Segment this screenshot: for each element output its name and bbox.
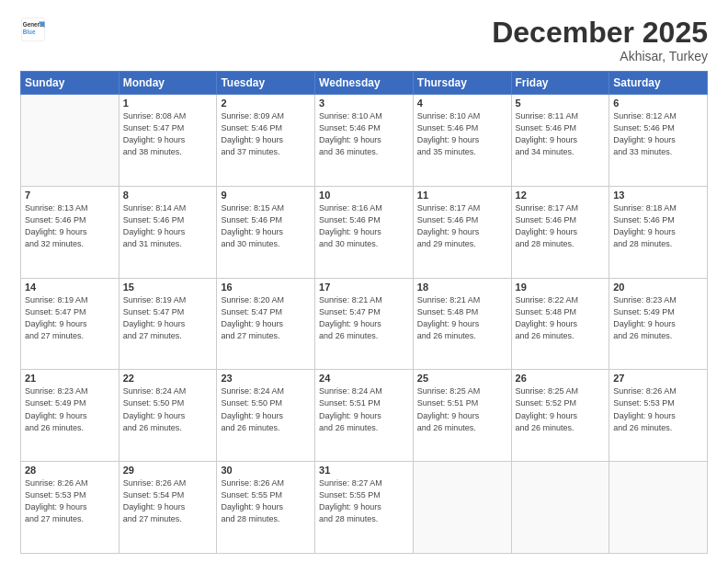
day-info: Sunrise: 8:15 AMSunset: 5:46 PMDaylight:… — [221, 202, 311, 250]
day-cell — [609, 462, 708, 554]
day-info: Sunrise: 8:26 AMSunset: 5:55 PMDaylight:… — [221, 477, 311, 525]
day-cell: 8Sunrise: 8:14 AMSunset: 5:46 PMDaylight… — [119, 186, 217, 278]
day-number: 20 — [613, 282, 703, 293]
day-number: 27 — [613, 373, 703, 384]
day-header-sunday: Sunday — [21, 72, 119, 95]
subtitle: Akhisar, Turkey — [492, 49, 708, 63]
day-cell: 16Sunrise: 8:20 AMSunset: 5:47 PMDayligh… — [217, 278, 315, 370]
day-number: 5 — [516, 98, 606, 109]
day-number: 12 — [516, 190, 606, 201]
day-cell: 27Sunrise: 8:26 AMSunset: 5:53 PMDayligh… — [609, 370, 708, 462]
day-info: Sunrise: 8:10 AMSunset: 5:46 PMDaylight:… — [319, 110, 409, 158]
day-info: Sunrise: 8:26 AMSunset: 5:53 PMDaylight:… — [25, 477, 115, 525]
day-info: Sunrise: 8:11 AMSunset: 5:46 PMDaylight:… — [516, 110, 606, 158]
day-info: Sunrise: 8:25 AMSunset: 5:51 PMDaylight:… — [417, 385, 507, 433]
day-number: 25 — [417, 373, 507, 384]
day-info: Sunrise: 8:22 AMSunset: 5:48 PMDaylight:… — [516, 294, 606, 342]
day-number: 23 — [221, 373, 311, 384]
day-cell — [413, 462, 511, 554]
day-number: 4 — [417, 98, 507, 109]
day-header-monday: Monday — [119, 72, 217, 95]
day-cell: 7Sunrise: 8:13 AMSunset: 5:46 PMDaylight… — [21, 186, 119, 278]
day-info: Sunrise: 8:17 AMSunset: 5:46 PMDaylight:… — [516, 202, 606, 250]
day-number: 18 — [417, 282, 507, 293]
day-cell: 19Sunrise: 8:22 AMSunset: 5:48 PMDayligh… — [511, 278, 609, 370]
day-info: Sunrise: 8:19 AMSunset: 5:47 PMDaylight:… — [123, 294, 213, 342]
day-number: 14 — [25, 282, 115, 293]
day-info: Sunrise: 8:24 AMSunset: 5:50 PMDaylight:… — [123, 385, 213, 433]
day-info: Sunrise: 8:24 AMSunset: 5:50 PMDaylight:… — [221, 385, 311, 433]
day-number: 9 — [221, 190, 311, 201]
day-cell: 17Sunrise: 8:21 AMSunset: 5:47 PMDayligh… — [315, 278, 414, 370]
day-cell: 10Sunrise: 8:16 AMSunset: 5:46 PMDayligh… — [315, 186, 414, 278]
day-number: 26 — [516, 373, 606, 384]
day-number: 1 — [123, 98, 213, 109]
day-cell: 28Sunrise: 8:26 AMSunset: 5:53 PMDayligh… — [21, 462, 119, 554]
day-info: Sunrise: 8:21 AMSunset: 5:47 PMDaylight:… — [319, 294, 409, 342]
day-cell: 12Sunrise: 8:17 AMSunset: 5:46 PMDayligh… — [511, 186, 609, 278]
day-header-saturday: Saturday — [609, 72, 708, 95]
day-info: Sunrise: 8:26 AMSunset: 5:53 PMDaylight:… — [613, 385, 703, 433]
day-cell: 5Sunrise: 8:11 AMSunset: 5:46 PMDaylight… — [511, 95, 609, 187]
day-cell: 11Sunrise: 8:17 AMSunset: 5:46 PMDayligh… — [413, 186, 511, 278]
day-number: 28 — [25, 465, 115, 476]
day-info: Sunrise: 8:19 AMSunset: 5:47 PMDaylight:… — [25, 294, 115, 342]
day-number: 17 — [319, 282, 409, 293]
day-info: Sunrise: 8:25 AMSunset: 5:52 PMDaylight:… — [516, 385, 606, 433]
calendar-table: SundayMondayTuesdayWednesdayThursdayFrid… — [20, 71, 708, 554]
day-cell: 24Sunrise: 8:24 AMSunset: 5:51 PMDayligh… — [315, 370, 414, 462]
day-number: 30 — [221, 465, 311, 476]
day-cell: 4Sunrise: 8:10 AMSunset: 5:46 PMDaylight… — [413, 95, 511, 187]
day-info: Sunrise: 8:20 AMSunset: 5:47 PMDaylight:… — [221, 294, 311, 342]
day-info: Sunrise: 8:10 AMSunset: 5:46 PMDaylight:… — [417, 110, 507, 158]
day-number: 6 — [613, 98, 703, 109]
page: General Blue December 2025 Akhisar, Turk… — [0, 0, 728, 563]
day-info: Sunrise: 8:08 AMSunset: 5:47 PMDaylight:… — [123, 110, 213, 158]
day-info: Sunrise: 8:21 AMSunset: 5:48 PMDaylight:… — [417, 294, 507, 342]
logo: General Blue — [20, 17, 46, 42]
day-cell: 1Sunrise: 8:08 AMSunset: 5:47 PMDaylight… — [119, 95, 217, 187]
day-cell: 20Sunrise: 8:23 AMSunset: 5:49 PMDayligh… — [609, 278, 708, 370]
day-number: 16 — [221, 282, 311, 293]
day-info: Sunrise: 8:09 AMSunset: 5:46 PMDaylight:… — [221, 110, 311, 158]
day-info: Sunrise: 8:23 AMSunset: 5:49 PMDaylight:… — [25, 385, 115, 433]
day-number: 3 — [319, 98, 409, 109]
week-row-1: 1Sunrise: 8:08 AMSunset: 5:47 PMDaylight… — [21, 95, 708, 187]
day-info: Sunrise: 8:18 AMSunset: 5:46 PMDaylight:… — [613, 202, 703, 250]
day-cell: 9Sunrise: 8:15 AMSunset: 5:46 PMDaylight… — [217, 186, 315, 278]
day-cell: 14Sunrise: 8:19 AMSunset: 5:47 PMDayligh… — [21, 278, 119, 370]
day-info: Sunrise: 8:27 AMSunset: 5:55 PMDaylight:… — [319, 477, 409, 525]
day-number: 31 — [319, 465, 409, 476]
day-cell: 23Sunrise: 8:24 AMSunset: 5:50 PMDayligh… — [217, 370, 315, 462]
day-info: Sunrise: 8:24 AMSunset: 5:51 PMDaylight:… — [319, 385, 409, 433]
day-cell — [21, 95, 119, 187]
day-cell: 6Sunrise: 8:12 AMSunset: 5:46 PMDaylight… — [609, 95, 708, 187]
day-number: 15 — [123, 282, 213, 293]
day-cell: 2Sunrise: 8:09 AMSunset: 5:46 PMDaylight… — [217, 95, 315, 187]
day-cell: 26Sunrise: 8:25 AMSunset: 5:52 PMDayligh… — [511, 370, 609, 462]
header: General Blue December 2025 Akhisar, Turk… — [20, 17, 708, 63]
day-info: Sunrise: 8:26 AMSunset: 5:54 PMDaylight:… — [123, 477, 213, 525]
day-header-tuesday: Tuesday — [217, 72, 315, 95]
day-info: Sunrise: 8:14 AMSunset: 5:46 PMDaylight:… — [123, 202, 213, 250]
day-number: 29 — [123, 465, 213, 476]
day-number: 10 — [319, 190, 409, 201]
week-row-4: 21Sunrise: 8:23 AMSunset: 5:49 PMDayligh… — [21, 370, 708, 462]
day-cell — [511, 462, 609, 554]
day-number: 22 — [123, 373, 213, 384]
day-number: 13 — [613, 190, 703, 201]
week-row-2: 7Sunrise: 8:13 AMSunset: 5:46 PMDaylight… — [21, 186, 708, 278]
day-number: 8 — [123, 190, 213, 201]
day-cell: 30Sunrise: 8:26 AMSunset: 5:55 PMDayligh… — [217, 462, 315, 554]
day-cell: 25Sunrise: 8:25 AMSunset: 5:51 PMDayligh… — [413, 370, 511, 462]
day-cell: 21Sunrise: 8:23 AMSunset: 5:49 PMDayligh… — [21, 370, 119, 462]
week-row-5: 28Sunrise: 8:26 AMSunset: 5:53 PMDayligh… — [21, 462, 708, 554]
day-cell: 3Sunrise: 8:10 AMSunset: 5:46 PMDaylight… — [315, 95, 414, 187]
day-number: 2 — [221, 98, 311, 109]
title-area: December 2025 Akhisar, Turkey — [492, 17, 708, 63]
day-cell: 29Sunrise: 8:26 AMSunset: 5:54 PMDayligh… — [119, 462, 217, 554]
month-title: December 2025 — [492, 17, 708, 49]
day-header-thursday: Thursday — [413, 72, 511, 95]
day-info: Sunrise: 8:13 AMSunset: 5:46 PMDaylight:… — [25, 202, 115, 250]
day-number: 19 — [516, 282, 606, 293]
